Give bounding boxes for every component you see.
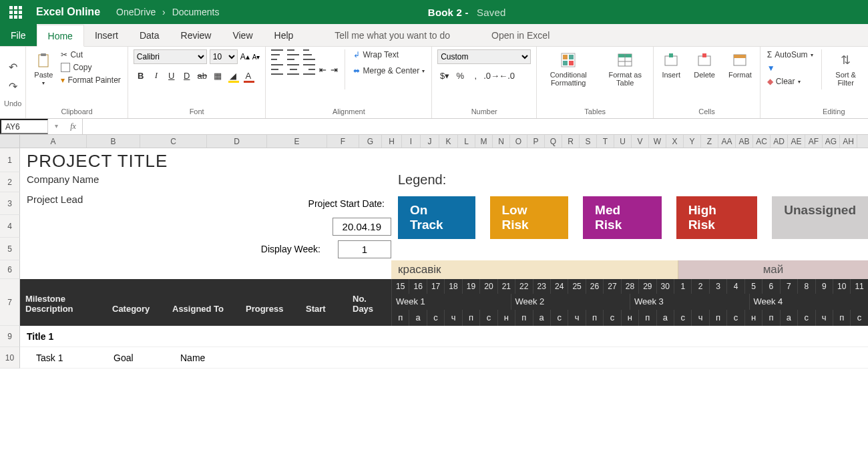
- tab-data[interactable]: Data: [129, 24, 170, 46]
- wrap-text-button[interactable]: ↲Wrap Text: [352, 49, 426, 60]
- clear-button[interactable]: ◆Clear▾: [766, 76, 815, 87]
- increase-decimal-button[interactable]: .0→: [483, 68, 498, 83]
- column-header[interactable]: AB: [736, 135, 753, 148]
- row-header[interactable]: 5: [0, 238, 20, 260]
- task-row-title[interactable]: Title 1: [20, 326, 868, 347]
- tab-help[interactable]: Help: [264, 24, 304, 46]
- column-header[interactable]: V: [632, 135, 649, 148]
- row-header[interactable]: 7: [0, 279, 20, 326]
- fx-icon[interactable]: fx: [64, 119, 83, 134]
- insert-cells-button[interactable]: Insert: [659, 49, 683, 80]
- display-week-value[interactable]: 1: [338, 240, 391, 258]
- column-header[interactable]: D: [207, 135, 267, 148]
- row-header[interactable]: 10: [0, 347, 20, 369]
- shrink-font-button[interactable]: A▾: [252, 53, 260, 61]
- redo-icon[interactable]: ↷: [9, 80, 17, 93]
- fill-button[interactable]: ▼: [766, 63, 815, 73]
- column-header[interactable]: X: [666, 135, 684, 148]
- row-header[interactable]: 9: [0, 326, 20, 347]
- document-title[interactable]: Book 2 - Saved: [219, 7, 714, 18]
- column-header[interactable]: E: [267, 135, 327, 148]
- start-date-value[interactable]: 20.04.19: [333, 218, 391, 236]
- column-header[interactable]: U: [614, 135, 632, 148]
- breadcrumb-folder[interactable]: Documents: [172, 7, 220, 17]
- company-name[interactable]: Company Name: [20, 172, 391, 192]
- project-lead[interactable]: Project Lead: [20, 192, 207, 215]
- app-launcher-icon[interactable]: [7, 3, 27, 21]
- tab-review[interactable]: Review: [170, 24, 222, 46]
- milestone-title[interactable]: Title 1: [20, 331, 391, 342]
- tab-file[interactable]: File: [0, 24, 37, 46]
- column-header[interactable]: H: [382, 135, 402, 148]
- cells-area[interactable]: PROJECT TITLE Company Name Legend: Proje…: [20, 148, 868, 369]
- font-name-select[interactable]: Calibri: [134, 49, 207, 64]
- column-header[interactable]: A: [20, 135, 87, 148]
- column-header[interactable]: S: [580, 135, 597, 148]
- row-header[interactable]: 3: [0, 192, 20, 215]
- column-header[interactable]: AC: [753, 135, 771, 148]
- task-row[interactable]: Task 1 Goal Name: [20, 347, 868, 369]
- task-assigned[interactable]: Name: [174, 353, 254, 363]
- merge-center-button[interactable]: ⬌Merge & Center▾: [352, 65, 426, 76]
- task-name[interactable]: Task 1: [20, 353, 107, 363]
- double-underline-button[interactable]: D: [180, 68, 194, 83]
- conditional-formatting-button[interactable]: Conditional Formatting: [542, 49, 594, 88]
- format-cells-button[interactable]: Format: [726, 49, 754, 80]
- row-header[interactable]: 6: [0, 260, 20, 279]
- decrease-indent-button[interactable]: ⇤: [319, 65, 327, 75]
- column-header[interactable]: J: [421, 135, 439, 148]
- column-header[interactable]: C: [140, 135, 207, 148]
- tab-view[interactable]: View: [222, 24, 263, 46]
- select-all-corner[interactable]: [0, 135, 20, 148]
- column-header[interactable]: AG: [823, 135, 840, 148]
- project-title[interactable]: PROJECT TITLE: [20, 148, 391, 172]
- format-painter-button[interactable]: ▾Format Painter: [59, 75, 122, 85]
- fill-color-button[interactable]: ◢: [226, 68, 240, 83]
- breadcrumb-root[interactable]: OneDrive: [116, 7, 156, 17]
- align-top-icon[interactable]: [271, 49, 283, 60]
- column-header[interactable]: M: [475, 135, 493, 148]
- bold-button[interactable]: B: [134, 68, 148, 83]
- format-as-table-button[interactable]: Format as Table: [602, 49, 648, 88]
- percent-button[interactable]: %: [453, 68, 467, 83]
- align-middle-icon[interactable]: [287, 49, 299, 60]
- column-header[interactable]: W: [649, 135, 666, 148]
- decrease-decimal-button[interactable]: ←.0: [499, 68, 513, 83]
- number-format-select[interactable]: Custom: [437, 49, 531, 64]
- column-header[interactable]: B: [87, 135, 140, 148]
- borders-button[interactable]: ▦: [210, 68, 225, 83]
- open-in-excel[interactable]: Open in Excel: [481, 24, 560, 46]
- column-header[interactable]: L: [458, 135, 475, 148]
- autosum-button[interactable]: ΣAutoSum▾: [766, 49, 815, 60]
- font-size-select[interactable]: 10: [210, 49, 238, 64]
- align-center-icon[interactable]: [287, 64, 299, 75]
- column-header[interactable]: G: [359, 135, 382, 148]
- breadcrumb[interactable]: OneDrive › Documents: [116, 7, 219, 17]
- paste-button[interactable]: Paste ▾: [31, 49, 55, 87]
- name-box-dropdown[interactable]: ▾: [48, 119, 64, 134]
- strike-button[interactable]: ab: [195, 68, 210, 83]
- increase-indent-button[interactable]: ⇥: [331, 65, 338, 75]
- column-header[interactable]: AF: [805, 135, 823, 148]
- copy-button[interactable]: Copy: [59, 62, 122, 73]
- font-color-button[interactable]: A: [241, 68, 256, 83]
- sort-filter-button[interactable]: ⇅Sort & Filter: [829, 49, 863, 88]
- name-box[interactable]: [0, 119, 48, 134]
- column-header[interactable]: T: [597, 135, 614, 148]
- row-header[interactable]: 1: [0, 148, 20, 172]
- column-header[interactable]: O: [510, 135, 527, 148]
- formula-input[interactable]: [83, 119, 868, 134]
- tab-home[interactable]: Home: [37, 25, 84, 47]
- column-header[interactable]: AH: [840, 135, 857, 148]
- delete-cells-button[interactable]: Delete: [691, 49, 718, 80]
- worksheet[interactable]: ABCDEFGHIJKLMNOPQRSTUVWXYZAAABACADAEAFAG…: [0, 135, 868, 369]
- column-header[interactable]: P: [527, 135, 545, 148]
- column-header[interactable]: F: [327, 135, 359, 148]
- align-bottom-icon[interactable]: [303, 49, 315, 60]
- column-header[interactable]: AE: [788, 135, 805, 148]
- column-header[interactable]: Q: [545, 135, 562, 148]
- column-header[interactable]: AA: [718, 135, 736, 148]
- grow-font-button[interactable]: A▴: [240, 52, 250, 61]
- currency-button[interactable]: $▾: [437, 68, 452, 83]
- comma-button[interactable]: ,: [468, 68, 483, 83]
